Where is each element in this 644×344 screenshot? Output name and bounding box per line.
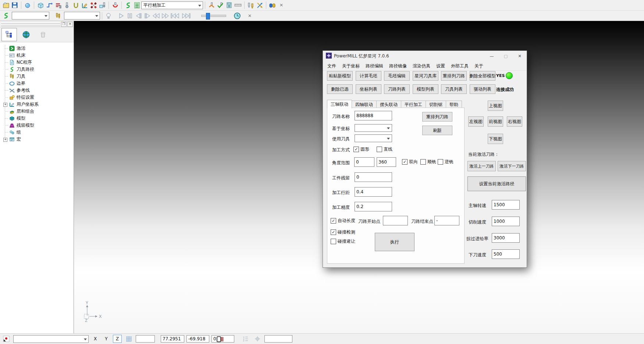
cutting-feed-input[interactable] [492,217,520,226]
panel-grip[interactable]: ❐ ✕ [0,21,74,27]
axis-z-button[interactable]: Z [113,335,122,343]
tab-3axis[interactable]: 三轴联动 [327,100,352,108]
collision-avoid-checkbox[interactable]: 碰撞避让 [331,238,355,245]
maximize-button[interactable]: ▢ [499,51,513,61]
measure-icon[interactable] [234,1,242,10]
stepover-input[interactable] [355,187,392,197]
rewind-icon[interactable] [152,11,161,20]
simulation-speed-slider[interactable] [201,15,226,17]
lightbulb-icon[interactable] [104,11,113,20]
create-block-icon[interactable] [36,1,45,10]
activate-prev-toolpath-button[interactable]: 激活上一刀路 [467,161,496,171]
jump-end-icon[interactable] [181,11,192,20]
draw-cursor-icon[interactable] [1,335,11,343]
angle-end-input[interactable] [377,157,396,167]
strategy-browser-icon[interactable] [132,1,141,10]
calc-block-button[interactable]: 计算毛坯 [356,71,381,81]
circle-checkbox[interactable]: 圆形 [353,146,369,152]
tool-library-button[interactable]: 星河刀具库 [413,71,438,81]
fast-forward-icon[interactable] [161,11,170,20]
toolpath-icon[interactable] [124,1,132,10]
refresh-button[interactable]: 刷新 [422,126,452,135]
toolpath-connections-icon[interactable] [45,1,54,10]
workplane-name-field[interactable] [264,335,292,343]
close-sim-toolbar-icon[interactable]: ✕ [245,11,254,20]
open-file-icon[interactable] [1,1,10,10]
skim-feed-input[interactable] [492,233,520,243]
menu-path-mirror[interactable]: 路径镜像 [386,63,410,69]
workplane-edit-icon[interactable] [80,1,89,10]
view-top-button[interactable]: 上视图 [488,101,503,111]
coord-list-button[interactable]: 坐标列表 [356,84,381,94]
bidirectional-checkbox[interactable]: 双向 [402,159,418,165]
delete-all-models-button[interactable]: 删除全部模型 [470,71,495,81]
spindle-speed-input[interactable] [492,200,520,210]
block-edit-button[interactable]: 毛坯编辑 [384,71,410,81]
grid-size-field[interactable] [136,335,155,343]
verify-toolpath-icon[interactable] [207,1,216,10]
coord-y-field[interactable]: -69.918 [186,335,209,343]
toolpath-name-input[interactable] [355,111,392,120]
sim-toolpath-combobox[interactable] [12,12,49,20]
step-back-icon[interactable] [134,11,143,20]
view-left-button[interactable]: 左视图 [468,116,484,127]
workplane-combobox[interactable] [13,335,89,343]
menu-coords[interactable]: 关于坐标 [339,63,363,69]
tree-item-tools[interactable]: 刀具 [0,73,74,80]
panel-close-icon[interactable]: ✕ [67,22,73,27]
collision-check-checkbox[interactable]: 碰撞检测 [331,229,355,235]
sim-tool-combobox[interactable] [64,12,100,20]
axis-x-button[interactable]: X [91,335,100,343]
tab-4axis[interactable]: 四轴联动 [352,101,377,108]
tolerance-input[interactable] [355,202,392,211]
delete-selected-button[interactable]: 删除已选 [327,84,353,94]
rearrange-toolpaths-button[interactable]: 重排列刀路 [441,71,467,81]
tree-item-stock-models[interactable]: 残留模型 [0,122,74,129]
tool-change-icon[interactable] [246,1,255,10]
tree-item-machine[interactable]: 机床 [0,52,74,59]
tree-item-toolpaths[interactable]: 刀具路径 [0,66,74,73]
toolpath-icon[interactable] [1,11,10,20]
menu-path-edit[interactable]: 路径编辑 [363,63,386,69]
view-bottom-button[interactable]: 下视图 [488,134,503,144]
tool-list-button[interactable]: 刀具列表 [441,84,467,94]
pause-output-icon[interactable] [215,335,225,343]
model-list-button[interactable]: 模型列表 [413,84,438,94]
transform-icon[interactable] [255,1,264,10]
coord-list-icon[interactable]: xyz [241,335,250,343]
leads-links-icon[interactable] [71,1,80,10]
execute-button[interactable]: 执行 [375,233,414,251]
tab-explorer-globe[interactable] [18,28,34,41]
use-tool-select[interactable] [355,134,392,142]
coord-x-field[interactable]: 77.2951 [161,335,184,343]
tab-swivel[interactable]: 摆头联动 [376,101,401,108]
drive-list-button[interactable]: 驱动列表 [470,84,495,94]
expand-icon[interactable]: + [3,103,7,107]
tree-item-activate[interactable]: 激活 [0,45,74,52]
close-button[interactable]: ✕ [513,51,527,61]
menu-render-sim[interactable]: 渲染仿真 [410,63,433,69]
pause-icon[interactable] [125,11,134,20]
tab-explorer-trash[interactable] [35,28,51,41]
tree-item-feature-sets[interactable]: 特征设置 [0,94,74,101]
end-point-input[interactable] [434,216,459,225]
feed-rate-icon[interactable] [54,1,63,10]
expand-icon[interactable]: + [3,138,7,142]
view-front-button[interactable]: 前视图 [488,116,503,127]
tree-item-patterns[interactable]: 参考线 [0,87,74,94]
view-right-button[interactable]: 右视图 [507,116,522,127]
boundary-tool-icon[interactable] [98,1,107,10]
tab-help[interactable]: 帮助 [446,101,462,108]
close-toolbar-icon[interactable]: ✕ [277,1,286,10]
grid-snap-icon[interactable] [124,335,134,343]
tree-item-groups[interactable]: 组 [0,129,74,136]
auto-length-checkbox[interactable]: 自动长度 [331,218,355,224]
paste-model-button[interactable]: 粘贴新模型 [327,71,353,81]
workplane-indicator-icon[interactable] [253,335,262,343]
menu-external-tools[interactable]: 外部工具 [448,63,472,69]
tree-item-boundaries[interactable]: 边界 [0,80,74,87]
compare-models-icon[interactable] [268,1,277,10]
conventional-mill-checkbox[interactable]: 逆铣 [438,159,453,165]
slider-handle[interactable] [206,13,210,20]
play-icon[interactable] [117,11,125,20]
